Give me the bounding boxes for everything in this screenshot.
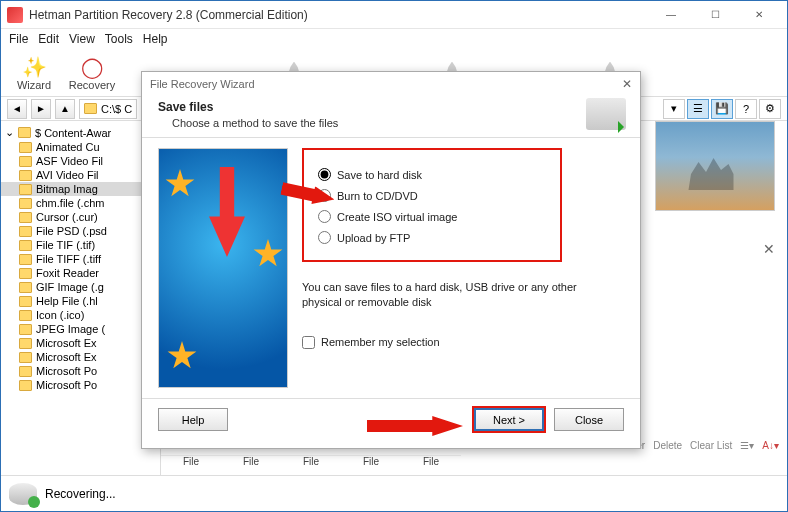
- expand-icon[interactable]: ⌄: [5, 126, 14, 139]
- sort-icon[interactable]: A↓▾: [762, 440, 779, 451]
- save-button[interactable]: 💾: [711, 99, 733, 119]
- maximize-button[interactable]: ☐: [693, 1, 737, 29]
- file-row: File File File File File: [161, 455, 787, 475]
- tree-item-label: Microsoft Ex: [36, 351, 97, 363]
- nav-back-button[interactable]: ◄: [7, 99, 27, 119]
- menu-help[interactable]: Help: [143, 32, 168, 46]
- preview-thumbnail[interactable]: [655, 121, 775, 211]
- status-bar: Recovering...: [1, 475, 787, 511]
- close-button[interactable]: ✕: [737, 1, 781, 29]
- file-cell[interactable]: File: [281, 455, 341, 475]
- help-button[interactable]: Help: [158, 408, 228, 431]
- menu-edit[interactable]: Edit: [38, 32, 59, 46]
- tree-item[interactable]: Microsoft Po: [1, 364, 160, 378]
- status-text: Recovering...: [45, 487, 116, 501]
- view-icon[interactable]: ☰▾: [740, 440, 754, 451]
- option-hint: You can save files to a hard disk, USB d…: [302, 280, 602, 310]
- file-cell[interactable]: File: [161, 455, 221, 475]
- radio-iso[interactable]: [318, 210, 331, 223]
- app-icon: [7, 7, 23, 23]
- tree-item[interactable]: Microsoft Ex: [1, 336, 160, 350]
- tree-item-label: Icon (.ico): [36, 309, 84, 321]
- option-hard-disk[interactable]: Save to hard disk: [318, 168, 546, 181]
- file-cell[interactable]: File: [221, 455, 281, 475]
- remember-checkbox[interactable]: Remember my selection: [302, 336, 624, 349]
- tree-item[interactable]: Icon (.ico): [1, 308, 160, 322]
- nav-up-button[interactable]: ▲: [55, 99, 75, 119]
- tree-item-label: Animated Cu: [36, 141, 100, 153]
- tree-root[interactable]: ⌄ $ Content-Awar ⧉: [1, 125, 160, 140]
- minimize-button[interactable]: —: [649, 1, 693, 29]
- tree-item[interactable]: Foxit Reader: [1, 266, 160, 280]
- close-dialog-button[interactable]: Close: [554, 408, 624, 431]
- wand-icon: ✨: [22, 55, 47, 79]
- file-cell[interactable]: File: [341, 455, 401, 475]
- star-icon: [167, 341, 197, 371]
- folder-icon: [84, 103, 97, 114]
- save-options: Save to hard disk Burn to CD/DVD Create …: [302, 148, 624, 388]
- tree-item[interactable]: Microsoft Po: [1, 378, 160, 392]
- folder-icon: [19, 254, 32, 265]
- help-button[interactable]: ?: [735, 99, 757, 119]
- tree-item[interactable]: Animated Cu: [1, 140, 160, 154]
- folder-icon: [19, 296, 32, 307]
- delete-label[interactable]: Delete: [653, 440, 682, 451]
- dialog-body: Save to hard disk Burn to CD/DVD Create …: [142, 138, 640, 398]
- option-label: Burn to CD/DVD: [337, 190, 418, 202]
- dialog-footer: Help Next > Close: [142, 398, 640, 440]
- option-cd-dvd[interactable]: Burn to CD/DVD: [318, 189, 546, 202]
- folder-tree[interactable]: ⌄ $ Content-Awar ⧉ Animated CuASF Video …: [1, 121, 161, 475]
- options-button[interactable]: ⚙: [759, 99, 781, 119]
- radio-hard-disk[interactable]: [318, 168, 331, 181]
- nav-fwd-button[interactable]: ►: [31, 99, 51, 119]
- tree-item-label: ASF Video Fil: [36, 155, 103, 167]
- tree-item-label: JPEG Image (: [36, 323, 105, 335]
- clearlist-label[interactable]: Clear List: [690, 440, 732, 451]
- tree-item[interactable]: Cursor (.cur): [1, 210, 160, 224]
- tree-item[interactable]: Bitmap Imag: [1, 182, 160, 196]
- view-list-button[interactable]: ☰: [687, 99, 709, 119]
- folder-icon: [19, 212, 32, 223]
- tree-item[interactable]: File TIFF (.tiff: [1, 252, 160, 266]
- file-cell[interactable]: File: [401, 455, 461, 475]
- recovery-label: Recovery: [69, 79, 115, 91]
- menu-file[interactable]: File: [9, 32, 28, 46]
- dialog-title-bar[interactable]: File Recovery Wizard ✕: [142, 72, 640, 96]
- path-text: C:\$ C: [101, 103, 132, 115]
- tree-item[interactable]: Help File (.hl: [1, 294, 160, 308]
- dialog-close-button[interactable]: ✕: [622, 77, 632, 91]
- folder-icon: [19, 310, 32, 321]
- remember-input[interactable]: [302, 336, 315, 349]
- tree-item[interactable]: ASF Video Fil: [1, 154, 160, 168]
- path-crumb[interactable]: C:\$ C: [79, 99, 137, 119]
- tree-item-label: Help File (.hl: [36, 295, 98, 307]
- menu-view[interactable]: View: [69, 32, 95, 46]
- radio-ftp[interactable]: [318, 231, 331, 244]
- title-bar: Hetman Partition Recovery 2.8 (Commercia…: [1, 1, 787, 29]
- tree-item[interactable]: File TIF (.tif): [1, 238, 160, 252]
- tree-item[interactable]: JPEG Image (: [1, 322, 160, 336]
- dropdown-button[interactable]: ▾: [663, 99, 685, 119]
- option-iso[interactable]: Create ISO virtual image: [318, 210, 546, 223]
- folder-icon: [19, 184, 32, 195]
- tree-item[interactable]: File PSD (.psd: [1, 224, 160, 238]
- tree-item-label: File TIF (.tif): [36, 239, 95, 251]
- folder-icon: [19, 268, 32, 279]
- close-preview-button[interactable]: ✕: [763, 241, 775, 257]
- tree-item[interactable]: chm.file (.chm: [1, 196, 160, 210]
- next-button[interactable]: Next >: [474, 408, 544, 431]
- recovery-button[interactable]: ◯ Recovery: [67, 55, 117, 91]
- dialog-subheading: Choose a method to save the files: [158, 117, 624, 129]
- menu-bar: File Edit View Tools Help: [1, 29, 787, 49]
- tree-item[interactable]: GIF Image (.g: [1, 280, 160, 294]
- menu-tools[interactable]: Tools: [105, 32, 133, 46]
- wizard-button[interactable]: ✨ Wizard: [9, 55, 59, 91]
- tree-item[interactable]: AVI Video Fil: [1, 168, 160, 182]
- wizard-illustration: [158, 148, 288, 388]
- progress-disk-icon: [9, 483, 37, 505]
- tree-item[interactable]: Microsoft Ex: [1, 350, 160, 364]
- option-ftp[interactable]: Upload by FTP: [318, 231, 546, 244]
- folder-icon: [19, 142, 32, 153]
- folder-icon: [19, 240, 32, 251]
- folder-icon: [19, 324, 32, 335]
